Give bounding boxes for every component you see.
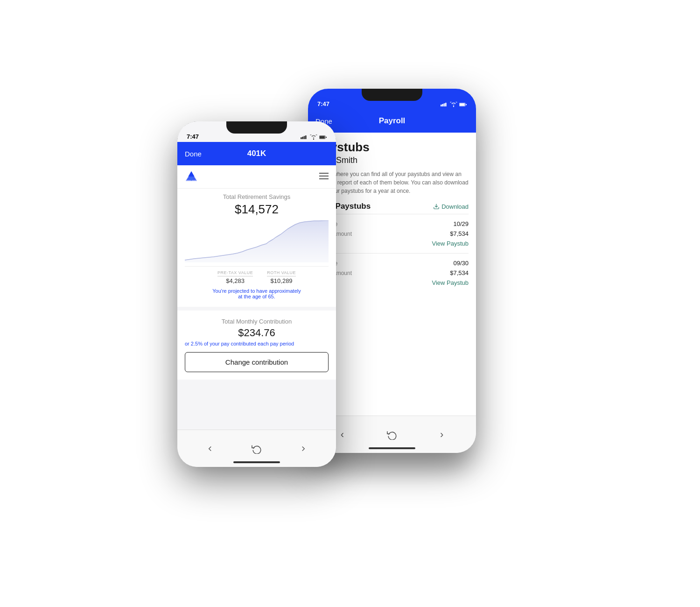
download-label: Download [441,203,469,210]
change-contribution-button[interactable]: Change contribution [185,352,329,372]
signal-icon [441,102,448,107]
payroll-description: This is where you can find all of your p… [315,170,469,195]
chart-area [185,220,329,262]
hamburger-menu[interactable] [319,172,329,182]
svg-rect-15 [320,136,325,138]
svg-rect-0 [441,105,442,106]
forward-button-2[interactable]: › [434,426,450,443]
pre-tax-value: $4,283 [217,277,253,284]
svg-rect-6 [460,103,465,106]
contribution-note: or 2.5% of your pay contributed each pay… [185,341,329,346]
reload-icon-1 [252,444,262,454]
savings-label: Total Retirement Savings [185,193,329,200]
action-field-1: Action View Paystub [315,239,469,248]
roth-group: ROTH VALUE $10,289 [267,270,296,284]
action-field-2: Action View Paystub [315,278,469,288]
back-button-1[interactable] [202,440,218,457]
hamburger-icon [319,173,329,179]
check-amount-value-1: $7,534 [450,230,469,237]
pay-date-value-2: 09/30 [453,260,469,267]
svg-rect-11 [304,136,305,139]
status-icons-2 [441,102,467,107]
pay-date-field-1: Pay date 10/29 [315,219,469,229]
year-header: 2021 Paystubs Download [315,202,469,214]
svg-point-4 [453,106,454,107]
check-amount-value-2: $7,534 [450,269,469,276]
notch-2 [362,89,422,101]
401k-screen: 7:47 [177,121,336,467]
status-time-1: 7:47 [187,133,199,140]
svg-rect-9 [301,137,302,139]
battery-icon-2 [459,102,467,107]
sub-values: PRE-TAX VALUE $4,283 ROTH VALUE $10,289 [185,266,329,284]
notch-1 [226,121,287,134]
svg-point-13 [313,139,314,140]
svg-marker-19 [188,171,194,176]
savings-card: Total Retirement Savings $14,572 [177,186,336,307]
roth-label: ROTH VALUE [267,270,296,276]
svg-rect-2 [444,103,445,106]
signal-icon-1 [301,134,308,140]
svg-rect-10 [302,137,303,139]
401k-content: Total Retirement Savings $14,572 [177,186,336,430]
forward-icon-1 [299,445,308,453]
reload-button-1[interactable] [248,440,265,457]
wifi-icon [450,102,457,107]
paystub-row-1: Pay date 10/29 Check Amount $7,534 Actio… [315,214,469,253]
app-logo [185,170,198,184]
savings-value: $14,572 [185,202,329,217]
401k-nav-bar: Done 401K [177,142,336,165]
paystub-row-2: Pay date 09/30 Check Amount $7,534 Actio… [315,253,469,292]
svg-rect-3 [445,103,447,106]
svg-rect-7 [466,104,467,106]
pre-tax-group: PRE-TAX VALUE $4,283 [217,270,253,284]
view-paystub-btn-1[interactable]: View Paystub [432,240,469,247]
reload-icon-2 [387,430,397,440]
year-section: 2021 Paystubs Download [315,202,469,292]
payroll-page-title: Paystubs [315,140,469,155]
view-paystub-btn-2[interactable]: View Paystub [432,279,469,286]
payroll-user-name: John Smith [315,155,469,165]
check-amount-field-1: Check Amount $7,534 [315,229,469,239]
reload-button-2[interactable] [384,426,400,443]
pay-date-field-2: Pay date 09/30 [315,258,469,268]
battery-icon-1 [319,134,327,140]
wifi-icon-1 [310,134,317,140]
home-indicator-2 [369,447,415,449]
download-icon [433,203,440,210]
savings-chart [185,220,329,262]
pre-tax-label: PRE-TAX VALUE [217,270,253,276]
payroll-nav-title: Payroll [379,116,406,126]
svg-rect-12 [305,135,307,139]
contribution-value: $234.76 [185,327,329,339]
svg-rect-16 [326,137,327,138]
back-button-2[interactable]: ‹ [334,426,350,443]
contribution-label: Total Monthly Contribution [185,318,329,325]
phone-401k: 7:47 [177,121,336,467]
forward-button-1[interactable] [295,440,312,457]
401k-nav-done[interactable]: Done [185,150,202,158]
pay-date-value-1: 10/29 [453,220,469,227]
back-icon-1 [206,445,214,453]
status-time-2: 7:47 [317,100,329,107]
home-indicator-1 [233,461,280,463]
app-header [177,165,336,189]
projection-text: You're projected to have approximately a… [185,288,329,299]
status-icons-1 [301,134,327,140]
contribution-card: Total Monthly Contribution $234.76 or 2.… [177,311,336,380]
download-button[interactable]: Download [433,203,469,210]
401k-nav-title: 401K [247,149,266,158]
check-amount-field-2: Check Amount $7,534 [315,268,469,278]
roth-value: $10,289 [267,277,296,284]
svg-rect-1 [442,104,443,106]
